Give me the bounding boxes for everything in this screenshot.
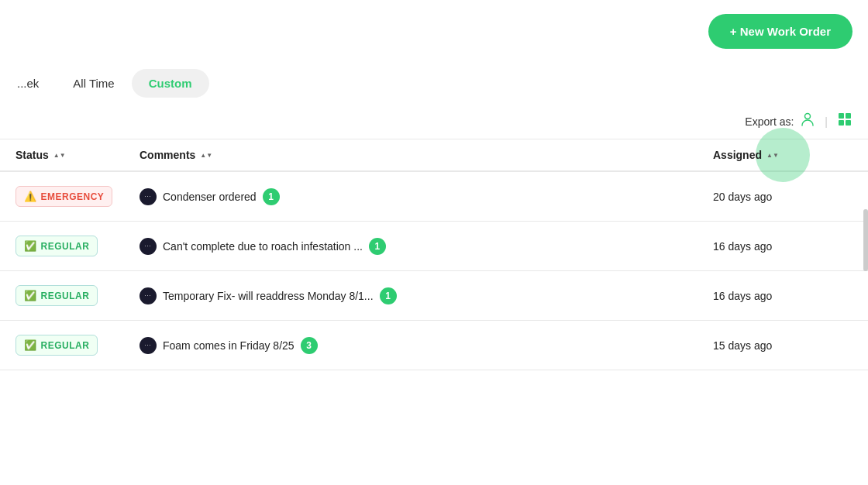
chat-icon: [140, 337, 157, 354]
regular-icon: ✅: [24, 339, 37, 351]
chat-icon: [140, 287, 157, 304]
regular-icon: ✅: [24, 290, 37, 301]
comments-sort-arrows[interactable]: ▲▼: [200, 152, 212, 159]
export-divider: |: [825, 115, 828, 128]
tab-custom[interactable]: Custom: [132, 69, 209, 98]
status-cell: ✅ REGULAR: [16, 335, 140, 356]
export-label: Export as:: [745, 115, 794, 128]
table-row: ✅ REGULAR Can't complete due to roach in…: [0, 222, 868, 271]
table-header: Status ▲▼ Comments ▲▼ Assigned ▲▼: [0, 139, 868, 172]
assigned-cell: 16 days ago: [713, 240, 852, 253]
assigned-sort-arrows[interactable]: ▲▼: [766, 152, 779, 159]
assigned-cell: 15 days ago: [713, 339, 852, 352]
svg-point-0: [805, 114, 811, 119]
comment-badge: 3: [301, 337, 318, 354]
scrollbar[interactable]: [863, 209, 868, 271]
status-cell: ✅ REGULAR: [16, 236, 140, 256]
work-orders-table: Status ▲▼ Comments ▲▼ Assigned ▲▼ ⚠️ EME…: [0, 139, 868, 370]
tab-week[interactable]: ...ek: [0, 69, 56, 98]
tab-all-time[interactable]: All Time: [56, 69, 131, 98]
pdf-export-icon[interactable]: [800, 112, 815, 131]
grid-export-icon[interactable]: [837, 112, 852, 131]
svg-rect-2: [846, 113, 851, 119]
status-sort-arrows[interactable]: ▲▼: [53, 152, 66, 159]
filter-tabs: ...ek All Time Custom: [0, 63, 868, 104]
regular-icon: ✅: [24, 240, 37, 252]
emergency-icon: ⚠️: [24, 191, 37, 202]
assigned-cell: 20 days ago: [713, 191, 852, 203]
comment-badge: 1: [263, 188, 280, 205]
col-header-assigned: Assigned ▲▼: [713, 149, 852, 161]
table-row: ⚠️ EMERGENCY Condenser ordered 1 20 days…: [0, 172, 868, 222]
comment-badge: 1: [380, 287, 397, 304]
status-cell: ⚠️ EMERGENCY: [16, 186, 140, 207]
export-bar: Export as: |: [0, 104, 868, 139]
comment-cell: Condenser ordered 1: [140, 188, 713, 205]
top-bar: + New Work Order: [0, 0, 868, 63]
status-badge-regular: ✅ REGULAR: [16, 236, 98, 256]
status-badge-regular: ✅ REGULAR: [16, 285, 98, 306]
status-badge-regular: ✅ REGULAR: [16, 335, 98, 356]
col-header-comments: Comments ▲▼: [140, 149, 713, 161]
comment-cell: Can't complete due to roach infestation …: [140, 238, 713, 255]
svg-rect-3: [839, 120, 844, 126]
table-row: ✅ REGULAR Temporary Fix- will readdress …: [0, 271, 868, 321]
new-work-order-button[interactable]: + New Work Order: [708, 14, 852, 49]
chat-icon: [140, 188, 157, 205]
table-row: ✅ REGULAR Foam comes in Friday 8/25 3 15…: [0, 321, 868, 370]
status-badge-emergency: ⚠️ EMERGENCY: [16, 186, 112, 207]
svg-rect-1: [839, 113, 844, 119]
comment-cell: Foam comes in Friday 8/25 3: [140, 337, 713, 354]
col-header-status: Status ▲▼: [16, 149, 140, 161]
status-cell: ✅ REGULAR: [16, 285, 140, 306]
assigned-cell: 16 days ago: [713, 290, 852, 302]
chat-icon: [140, 238, 157, 255]
comment-badge: 1: [369, 238, 386, 255]
svg-rect-4: [846, 120, 851, 126]
comment-cell: Temporary Fix- will readdress Monday 8/1…: [140, 287, 713, 304]
